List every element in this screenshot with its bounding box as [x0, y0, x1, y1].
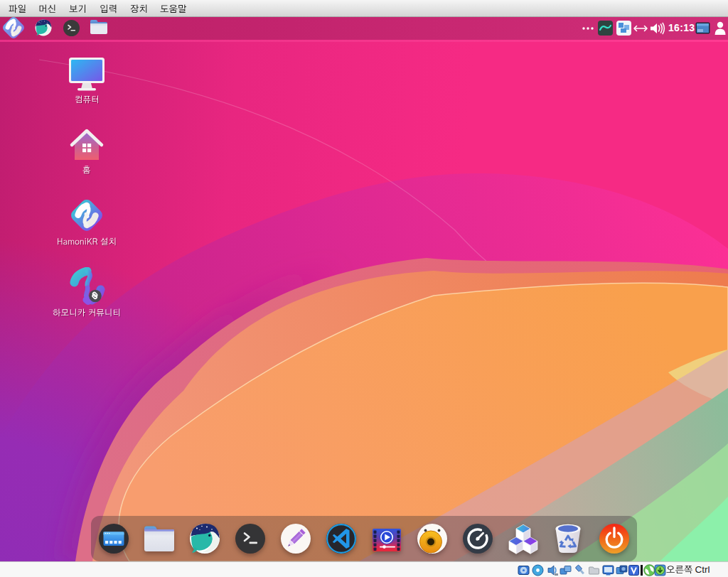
svg-text:Ctrl: Ctrl: [695, 564, 710, 575]
